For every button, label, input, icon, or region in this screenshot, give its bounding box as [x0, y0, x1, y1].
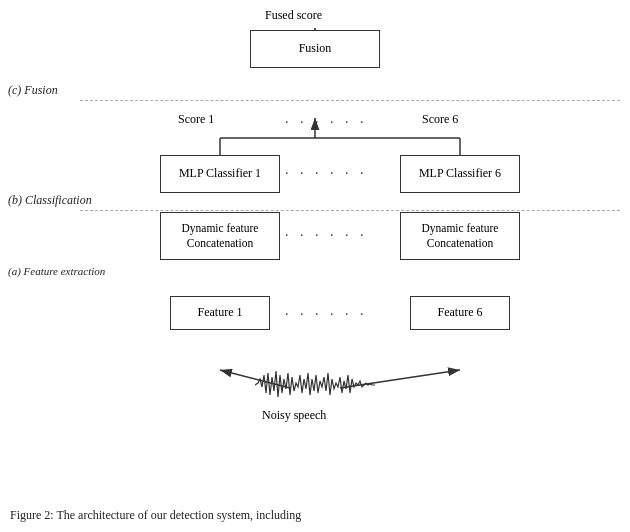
mlp1-box: MLP Classifier 1 [160, 155, 280, 193]
waveform [255, 365, 375, 409]
divider-classification [80, 210, 620, 211]
figure-caption: Figure 2: The architecture of our detect… [10, 507, 620, 524]
divider-fusion [80, 100, 620, 101]
mlp6-box: MLP Classifier 6 [400, 155, 520, 193]
dots-classifiers: · · · · · · [285, 166, 368, 182]
dots-dynfeat: · · · · · · [285, 228, 368, 244]
diagram-container: Fused score Fusion (c) Fusion Score 1 Sc… [0, 0, 630, 480]
dynfeat1-box: Dynamic feature Concatenation [160, 212, 280, 260]
dynfeat6-box: Dynamic feature Concatenation [400, 212, 520, 260]
dots-features: · · · · · · [285, 307, 368, 323]
fused-score-label: Fused score [265, 8, 322, 23]
dots-scores: · · · · · · [285, 115, 368, 131]
score1-label: Score 1 [178, 112, 214, 127]
classification-label: (b) Classification [8, 193, 92, 208]
score6-label: Score 6 [422, 112, 458, 127]
feature-label: (a) Feature extraction [8, 265, 105, 277]
fusion-box: Fusion [250, 30, 380, 68]
feat1-box: Feature 1 [170, 296, 270, 330]
noisy-speech-label: Noisy speech [262, 408, 326, 423]
fusion-label: (c) Fusion [8, 83, 58, 98]
feat6-box: Feature 6 [410, 296, 510, 330]
